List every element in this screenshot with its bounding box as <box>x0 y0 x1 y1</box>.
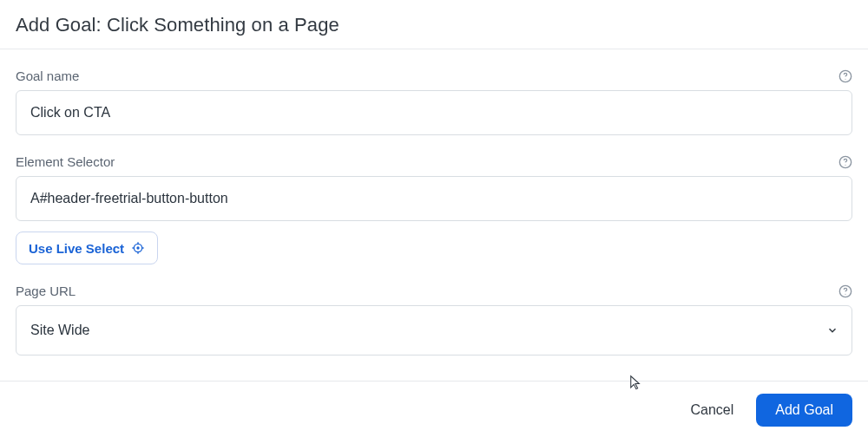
help-circle-icon[interactable] <box>838 284 852 298</box>
element-selector-input[interactable] <box>16 176 852 221</box>
help-circle-icon[interactable] <box>838 69 852 83</box>
use-live-select-button[interactable]: Use Live Select <box>16 232 158 264</box>
use-live-select-label: Use Live Select <box>29 241 124 256</box>
svg-point-11 <box>845 293 845 294</box>
goal-name-input[interactable] <box>16 90 852 135</box>
svg-point-1 <box>845 78 845 79</box>
add-goal-button[interactable]: Add Goal <box>756 394 852 427</box>
page-url-select[interactable]: Site Wide <box>16 305 852 355</box>
goal-name-label: Goal name <box>16 68 79 83</box>
page-url-select-wrap: Site Wide <box>16 305 852 355</box>
svg-point-3 <box>845 164 845 165</box>
target-icon <box>131 241 145 255</box>
page-url-selected-value: Site Wide <box>30 323 89 338</box>
goal-name-label-row: Goal name <box>16 68 852 83</box>
goal-name-field: Goal name <box>16 68 852 135</box>
element-selector-field: Element Selector Use Live Select <box>16 154 852 264</box>
page-url-label: Page URL <box>16 284 76 298</box>
page-title: Add Goal: Click Something on a Page <box>16 14 852 36</box>
cancel-button[interactable]: Cancel <box>687 397 737 423</box>
dialog-footer: Cancel Add Goal <box>0 381 868 437</box>
svg-point-5 <box>136 246 139 249</box>
help-circle-icon[interactable] <box>838 155 852 169</box>
form-body: Goal name Element Selector <box>0 49 868 355</box>
page-url-field: Page URL Site Wide <box>16 284 852 355</box>
element-selector-label-row: Element Selector <box>16 154 852 169</box>
page-url-label-row: Page URL <box>16 284 852 298</box>
dialog-header: Add Goal: Click Something on a Page <box>0 0 868 49</box>
element-selector-label: Element Selector <box>16 154 115 169</box>
